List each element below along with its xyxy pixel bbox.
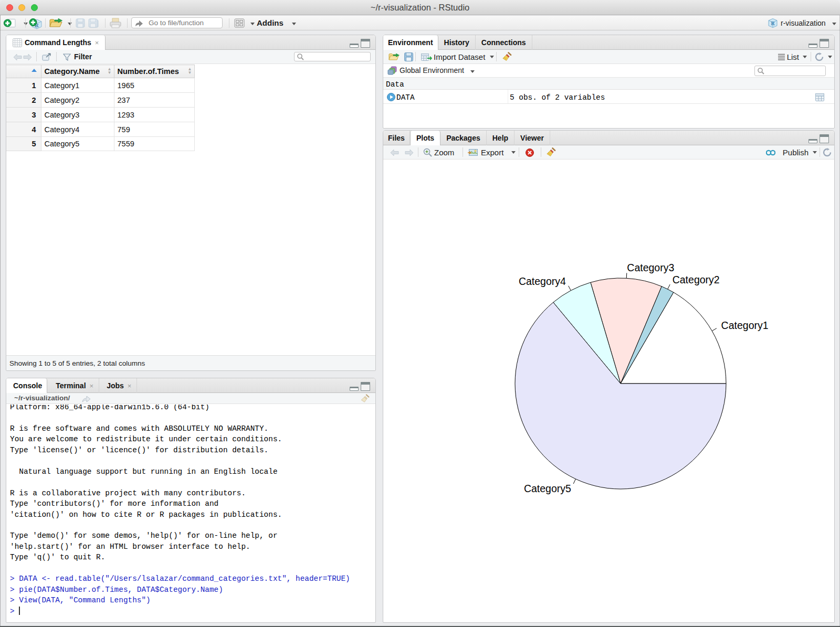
svg-text:Category5: Category5 [524,483,571,494]
svg-text:Category1: Category1 [721,320,769,331]
svg-text:R: R [771,20,775,26]
svg-text:Category4: Category4 [519,275,566,287]
svg-text:Category3: Category3 [627,262,674,273]
svg-text:Category2: Category2 [673,274,720,285]
